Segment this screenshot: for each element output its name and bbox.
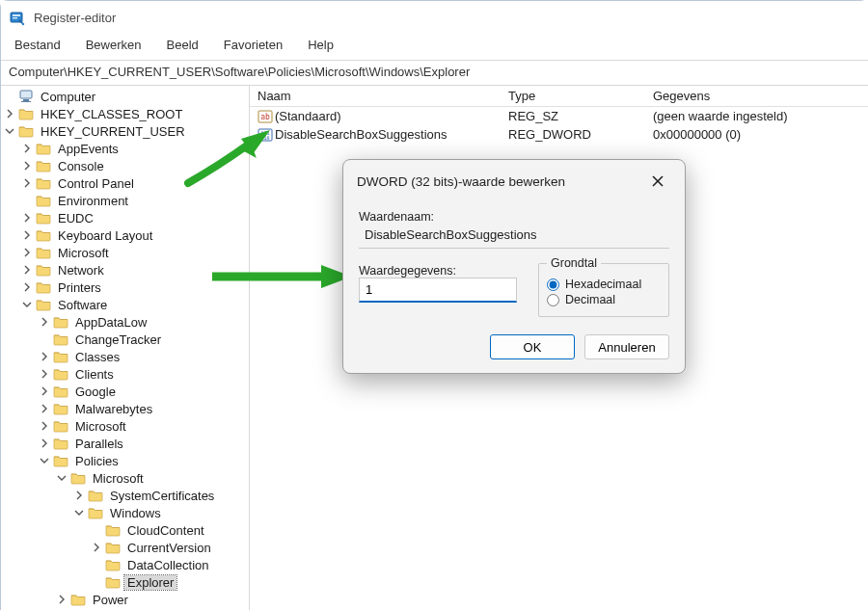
menu-beeld[interactable]: Beeld bbox=[163, 36, 203, 54]
menu-bestand[interactable]: Bestand bbox=[11, 36, 65, 54]
folder-icon bbox=[53, 437, 68, 450]
values-list: ab(Standaard)REG_SZ(geen waarde ingestel… bbox=[250, 107, 868, 144]
tree-item[interactable]: Windows bbox=[1, 504, 249, 521]
value-data-input[interactable] bbox=[359, 278, 517, 303]
folder-icon bbox=[36, 228, 51, 242]
tree-item[interactable]: Printers bbox=[1, 278, 249, 296]
chevron-right-icon[interactable] bbox=[40, 438, 53, 448]
chevron-right-icon[interactable] bbox=[22, 230, 36, 240]
value-row[interactable]: ab(Standaard)REG_SZ(geen waarde ingestel… bbox=[250, 107, 868, 125]
chevron-right-icon[interactable] bbox=[40, 317, 53, 327]
chevron-right-icon[interactable] bbox=[92, 543, 105, 552]
radio-hex[interactable]: Hexadecimaal bbox=[547, 278, 661, 291]
tree-item[interactable]: Microsoft bbox=[1, 417, 249, 435]
folder-icon bbox=[18, 107, 34, 120]
tree-item-label: CurrentVersion bbox=[124, 541, 214, 555]
cancel-button[interactable]: Annuleren bbox=[584, 334, 669, 359]
tree-item[interactable]: AppEvents bbox=[1, 140, 249, 157]
radio-dec-input[interactable] bbox=[547, 294, 559, 306]
tree-item[interactable]: ChangeTracker bbox=[1, 331, 249, 348]
tree-item[interactable]: Computer bbox=[1, 88, 249, 105]
tree-item-label: Software bbox=[55, 298, 110, 312]
tree-item[interactable]: AppDataLow bbox=[1, 313, 249, 331]
chevron-right-icon[interactable] bbox=[40, 421, 53, 431]
tree-item[interactable]: Explorer bbox=[1, 573, 249, 591]
svg-text:110: 110 bbox=[260, 135, 269, 141]
tree-item[interactable]: DataCollection bbox=[1, 556, 249, 573]
col-header-name[interactable]: Naam bbox=[250, 86, 501, 106]
col-header-data[interactable]: Gegevens bbox=[645, 86, 868, 106]
folder-icon bbox=[36, 159, 51, 172]
tree-item[interactable]: Google bbox=[1, 383, 249, 400]
value-row[interactable]: 011110DisableSearchBoxSuggestionsREG_DWO… bbox=[250, 125, 868, 144]
reg-dword-icon: 011110 bbox=[258, 127, 273, 143]
tree-item[interactable]: Microsoft bbox=[1, 244, 249, 261]
chevron-down-icon[interactable] bbox=[74, 508, 88, 517]
chevron-down-icon[interactable] bbox=[40, 456, 53, 465]
folder-icon bbox=[53, 402, 68, 415]
tree-item-label: Explorer bbox=[124, 575, 176, 590]
chevron-down-icon[interactable] bbox=[5, 126, 18, 136]
tree-item-label: Control Panel bbox=[55, 176, 137, 191]
chevron-right-icon[interactable] bbox=[22, 282, 36, 292]
tree-item-label: AppDataLow bbox=[72, 315, 149, 330]
chevron-right-icon[interactable] bbox=[57, 595, 70, 604]
chevron-down-icon[interactable] bbox=[57, 473, 70, 483]
col-header-type[interactable]: Type bbox=[501, 86, 645, 106]
radio-dec[interactable]: Decimaal bbox=[547, 293, 661, 306]
menu-favorieten[interactable]: Favorieten bbox=[220, 36, 286, 54]
menu-bewerken[interactable]: Bewerken bbox=[82, 36, 146, 54]
tree-item-label: Google bbox=[72, 385, 119, 399]
chevron-right-icon[interactable] bbox=[74, 491, 88, 500]
chevron-right-icon[interactable] bbox=[40, 369, 53, 379]
chevron-right-icon[interactable] bbox=[40, 352, 53, 361]
ok-button[interactable]: OK bbox=[490, 334, 575, 359]
chevron-right-icon[interactable] bbox=[40, 404, 53, 413]
value-data-label: Waardegegevens: bbox=[359, 264, 517, 278]
chevron-right-icon[interactable] bbox=[22, 248, 36, 257]
tree-item[interactable]: Software bbox=[1, 296, 249, 313]
tree-item-label: Computer bbox=[38, 90, 98, 104]
tree-item[interactable]: SystemCertificates bbox=[1, 487, 249, 504]
chevron-right-icon[interactable] bbox=[22, 213, 36, 223]
address-bar[interactable]: Computer\HKEY_CURRENT_USER\Software\Poli… bbox=[1, 61, 868, 86]
close-button[interactable] bbox=[642, 170, 673, 193]
tree-item[interactable]: Parallels bbox=[1, 435, 249, 452]
tree-item[interactable]: Keyboard Layout bbox=[1, 226, 249, 244]
value-type: REG_SZ bbox=[501, 108, 645, 124]
tree-item[interactable]: Clients bbox=[1, 365, 249, 383]
svg-rect-4 bbox=[20, 91, 32, 98]
tree-pane[interactable]: ComputerHKEY_CLASSES_ROOTHKEY_CURRENT_US… bbox=[1, 86, 250, 610]
menu-help[interactable]: Help bbox=[304, 36, 338, 54]
folder-icon bbox=[105, 575, 121, 589]
tree-item[interactable]: CurrentVersion bbox=[1, 539, 249, 556]
radio-hex-input[interactable] bbox=[547, 278, 559, 291]
tree-item[interactable]: Classes bbox=[1, 348, 249, 365]
tree-item[interactable]: Malwarebytes bbox=[1, 400, 249, 417]
chevron-right-icon[interactable] bbox=[40, 386, 53, 396]
tree-item[interactable]: Microsoft bbox=[1, 469, 249, 487]
tree-item-label: Clients bbox=[72, 367, 117, 382]
value-name: (Standaard) bbox=[275, 109, 341, 123]
tree-item[interactable]: Policies bbox=[1, 452, 249, 469]
tree-item[interactable]: Network bbox=[1, 261, 249, 278]
tree-item-label: Environment bbox=[55, 194, 131, 208]
tree-item-label: DataCollection bbox=[124, 558, 212, 572]
tree-item[interactable]: EUDC bbox=[1, 209, 249, 226]
chevron-down-icon[interactable] bbox=[22, 300, 36, 309]
value-name-field[interactable]: DisableSearchBoxSuggestions bbox=[359, 224, 669, 249]
chevron-right-icon[interactable] bbox=[22, 144, 36, 153]
chevron-right-icon[interactable] bbox=[22, 265, 36, 275]
chevron-right-icon[interactable] bbox=[5, 109, 18, 119]
tree-item[interactable]: HKEY_CLASSES_ROOT bbox=[1, 105, 249, 122]
column-header-row: Naam Type Gegevens bbox=[250, 86, 868, 107]
chevron-right-icon[interactable] bbox=[22, 178, 36, 188]
tree-item[interactable]: Environment bbox=[1, 192, 249, 209]
tree-item[interactable]: Console bbox=[1, 157, 249, 174]
tree-item[interactable]: CloudContent bbox=[1, 521, 249, 539]
tree-item[interactable]: Power bbox=[1, 591, 249, 608]
folder-icon bbox=[36, 211, 51, 225]
chevron-right-icon[interactable] bbox=[22, 161, 36, 171]
tree-item[interactable]: Control Panel bbox=[1, 174, 249, 192]
tree-item[interactable]: HKEY_CURRENT_USER bbox=[1, 122, 249, 140]
